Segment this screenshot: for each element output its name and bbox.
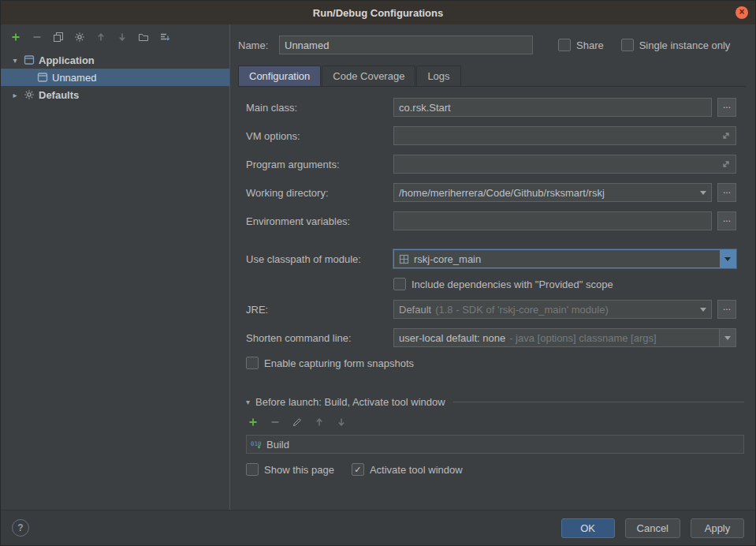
working-directory-label: Working directory: <box>246 187 388 199</box>
edit-defaults-button[interactable] <box>73 30 87 44</box>
tree-item-unnamed[interactable]: Unnamed <box>1 69 229 86</box>
minus-icon <box>270 417 281 428</box>
expand-icon <box>721 131 731 140</box>
expand-field-button[interactable] <box>721 159 731 169</box>
tree-item-application[interactable]: ▾ Application <box>1 51 229 69</box>
jre-combobox[interactable]: Default (1.8 - SDK of 'rskj-core_main' m… <box>393 300 712 319</box>
vm-options-label: VM options: <box>246 130 388 142</box>
sort-icon <box>159 32 170 43</box>
jre-browse-button[interactable]: ... <box>717 300 736 319</box>
share-label: Share <box>576 39 604 51</box>
separator-line <box>453 402 744 402</box>
share-checkbox-group[interactable]: Share <box>558 39 604 51</box>
tree-item-label: Defaults <box>39 89 79 101</box>
move-task-up-button[interactable] <box>312 415 326 429</box>
add-configuration-button[interactable] <box>9 30 23 44</box>
arrow-down-icon <box>336 417 347 428</box>
gear-icon <box>74 32 85 43</box>
help-button[interactable]: ? <box>12 519 29 537</box>
use-classpath-dropdown-button[interactable] <box>720 250 736 267</box>
configurations-sidebar: ▾ Application Unnamed ▸ Defaults <box>1 24 230 510</box>
working-directory-browse-button[interactable]: ... <box>717 183 736 202</box>
single-instance-checkbox[interactable] <box>621 39 634 51</box>
before-launch-options: Show this page Activate tool window <box>246 463 744 476</box>
main-class-field[interactable]: co.rsk.Start <box>393 98 712 117</box>
application-icon <box>24 54 35 65</box>
capture-snapshots-label: Enable capturing form snapshots <box>264 357 414 369</box>
shorten-command-line-value: user-local default: none <box>399 332 505 344</box>
copy-configuration-button[interactable] <box>51 30 65 44</box>
ok-button[interactable]: OK <box>561 518 615 538</box>
dropdown-arrow-icon <box>700 191 706 195</box>
activate-tool-window-checkbox[interactable] <box>352 463 364 476</box>
shorten-command-line-combobox[interactable]: user-local default: none - java [options… <box>393 328 736 347</box>
plus-icon <box>10 32 21 43</box>
shorten-command-line-hint: - java [options] classname [args] <box>509 332 719 344</box>
cancel-button[interactable]: Cancel <box>625 518 680 538</box>
program-arguments-field[interactable] <box>393 155 736 174</box>
apply-button[interactable]: Apply <box>691 518 744 538</box>
tab-code-coverage[interactable]: Code Coverage <box>322 65 415 86</box>
show-this-page-checkbox[interactable] <box>246 463 259 476</box>
move-down-button[interactable] <box>115 30 129 44</box>
main-class-browse-button[interactable]: ... <box>717 98 736 117</box>
single-instance-checkbox-group[interactable]: Single instance only <box>621 39 731 51</box>
arrow-up-icon <box>95 32 106 43</box>
capture-snapshots-checkbox[interactable] <box>246 357 259 369</box>
share-checkbox[interactable] <box>558 39 571 51</box>
single-instance-label: Single instance only <box>639 39 731 51</box>
dropdown-arrow-icon <box>700 308 706 312</box>
run-debug-configurations-dialog: Run/Debug Configurations × <box>0 0 756 546</box>
before-launch-toolbar <box>246 408 744 433</box>
section-expand-arrow-icon[interactable]: ▾ <box>246 398 250 406</box>
configuration-form: Main class: co.rsk.Start ... VM options:… <box>238 87 746 369</box>
environment-variables-label: Environment variables: <box>246 215 388 227</box>
activate-tool-window-checkbox-group[interactable]: Activate tool window <box>352 463 463 476</box>
before-launch-section: ▾ Before launch: Build, Activate tool wi… <box>238 396 746 476</box>
main-class-label: Main class: <box>246 102 388 114</box>
capture-snapshots-checkbox-group[interactable]: Enable capturing form snapshots <box>246 357 736 369</box>
tree-item-label: Unnamed <box>52 72 96 84</box>
use-classpath-combobox[interactable]: rskj-core_main <box>393 249 736 268</box>
program-arguments-label: Program arguments: <box>246 159 388 170</box>
show-this-page-label: Show this page <box>264 464 334 476</box>
remove-configuration-button[interactable] <box>30 30 44 44</box>
dropdown-arrow-icon <box>724 257 731 261</box>
configurations-tree: ▾ Application Unnamed ▸ Defaults <box>1 50 229 103</box>
tab-configuration[interactable]: Configuration <box>238 65 321 86</box>
collapse-arrow-icon[interactable]: ▸ <box>10 91 20 99</box>
new-folder-button[interactable] <box>136 30 151 44</box>
include-provided-checkbox[interactable] <box>393 278 406 290</box>
sort-configurations-button[interactable] <box>158 30 172 44</box>
working-directory-dropdown-button[interactable] <box>695 184 711 201</box>
shorten-command-line-dropdown-button[interactable] <box>719 329 736 346</box>
vm-options-field[interactable] <box>393 126 736 145</box>
build-icon: 010 <box>251 439 262 450</box>
add-task-button[interactable] <box>246 415 260 429</box>
show-this-page-checkbox-group[interactable]: Show this page <box>246 463 334 476</box>
module-icon <box>399 254 409 264</box>
expand-icon <box>721 159 731 169</box>
main-class-value: co.rsk.Start <box>399 102 706 114</box>
environment-variables-browse-button[interactable]: ... <box>717 211 736 230</box>
move-task-down-button[interactable] <box>334 415 348 429</box>
configuration-editor: Name: Share Single instance only Configu… <box>230 24 755 510</box>
remove-task-button[interactable] <box>268 415 282 429</box>
before-launch-header[interactable]: ▾ Before launch: Build, Activate tool wi… <box>246 396 744 408</box>
environment-variables-field[interactable] <box>393 211 712 230</box>
close-button[interactable]: × <box>736 6 748 19</box>
include-provided-checkbox-group[interactable]: Include dependencies with "Provided" sco… <box>393 278 736 290</box>
task-label[interactable]: Build <box>266 439 289 451</box>
jre-dropdown-button[interactable] <box>695 301 711 318</box>
configuration-tabs: Configuration Code Coverage Logs <box>238 65 746 87</box>
name-input[interactable] <box>279 36 533 54</box>
expand-arrow-icon[interactable]: ▾ <box>10 56 20 65</box>
tree-item-defaults[interactable]: ▸ Defaults <box>1 86 229 103</box>
title-bar[interactable]: Run/Debug Configurations × <box>1 1 755 24</box>
tab-logs[interactable]: Logs <box>416 65 460 86</box>
edit-task-button[interactable] <box>290 415 304 429</box>
move-up-button[interactable] <box>94 30 108 44</box>
working-directory-combobox[interactable]: /home/meriherrera/Code/Github/rsksmart/r… <box>393 183 712 202</box>
tree-item-label: Application <box>39 54 95 66</box>
expand-field-button[interactable] <box>721 131 731 140</box>
